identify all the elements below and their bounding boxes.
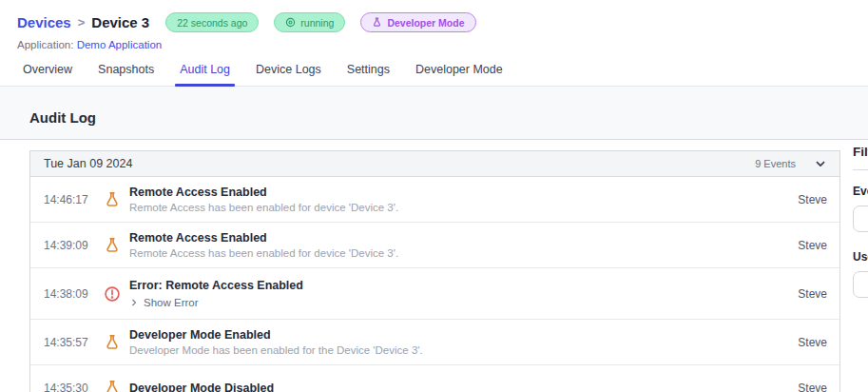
filter-panel-title: Filter: [853, 145, 868, 159]
audit-row-body: Developer Mode Disabled: [129, 380, 786, 392]
audit-row-user: Steve: [798, 239, 827, 252]
flask-icon: [104, 237, 121, 254]
audit-group-date: Tue Jan 09 2024: [44, 157, 132, 170]
audit-row-user: Steve: [798, 193, 827, 206]
tab-snapshots[interactable]: Snapshots: [97, 63, 155, 86]
breadcrumb-devices-link[interactable]: Devices: [17, 14, 71, 30]
audit-row-time: 14:46:17: [44, 193, 98, 206]
audit-row: 14:35:57 Developer Mode Enabled Develope…: [30, 320, 839, 365]
page-title: Audit Log: [29, 109, 868, 126]
developer-mode-badge: Developer Mode: [360, 12, 475, 32]
error-icon: [104, 285, 121, 303]
audit-row-user: Steve: [798, 287, 827, 301]
audit-row-title: Error: Remote Access Enabled: [129, 279, 786, 292]
tab-overview[interactable]: Overview: [22, 63, 73, 86]
audit-row-body: Remote Access Enabled Remote Access has …: [129, 229, 786, 261]
audit-row: 14:39:09 Remote Access Enabled Remote Ac…: [30, 223, 839, 268]
flask-icon: [104, 380, 121, 392]
chevron-down-icon[interactable]: [814, 157, 827, 170]
flask-icon: [104, 334, 121, 351]
device-badges: 22 seconds ago running Developer Mode: [165, 12, 475, 32]
status-badge: running: [274, 12, 345, 32]
application-link[interactable]: Demo Application: [77, 39, 163, 50]
audit-row-description: Developer Mode has been enabled for the …: [129, 344, 786, 356]
flask-icon: [104, 191, 121, 208]
breadcrumb-current-device: Device 3: [91, 14, 149, 30]
breadcrumb: Devices > Device 3 22 seconds ago runnin…: [17, 12, 868, 32]
audit-row: 14:38:09 Error: Remote Access Enabled Sh…: [30, 268, 839, 320]
audit-row-description: Remote Access has been enabled for devic…: [129, 202, 786, 213]
audit-row-user: Steve: [798, 336, 827, 349]
audit-row: 14:46:17 Remote Access Enabled Remote Ac…: [30, 177, 839, 223]
audit-row-title: Remote Access Enabled: [129, 231, 786, 245]
audit-row-user: Steve: [798, 382, 827, 392]
audit-row-time: 14:38:09: [44, 287, 98, 301]
filter-divider: [853, 169, 868, 170]
chevron-right-icon: [129, 298, 139, 307]
developer-mode-badge-label: Developer Mode: [387, 17, 464, 29]
tab-device-logs[interactable]: Device Logs: [255, 63, 322, 86]
audit-row-description: Remote Access has been enabled for devic…: [129, 247, 786, 259]
status-badge-label: running: [300, 17, 334, 29]
audit-row-body: Remote Access Enabled Remote Access has …: [129, 184, 786, 215]
application-line: Application: Demo Application: [17, 39, 868, 50]
last-seen-badge: 22 seconds ago: [165, 12, 259, 32]
breadcrumb-separator: >: [78, 15, 86, 29]
tab-settings[interactable]: Settings: [346, 63, 391, 86]
tab-developer-mode[interactable]: Developer Mode: [415, 63, 504, 86]
last-seen-badge-label: 22 seconds ago: [177, 17, 247, 29]
audit-row-time: 14:35:30: [44, 382, 98, 392]
user-filter-label: User: [853, 250, 868, 264]
section-title-band: Audit Log: [0, 87, 868, 140]
audit-row-body: Developer Mode Enabled Developer Mode ha…: [129, 326, 786, 358]
filter-panel: Filter Event User: [853, 145, 868, 298]
audit-row: 14:35:30 Developer Mode Disabled Steve: [30, 365, 839, 392]
audit-row-title: Developer Mode Disabled: [129, 382, 786, 392]
status-running-icon: [285, 17, 296, 28]
user-filter-input[interactable]: [853, 271, 868, 298]
event-filter-label: Event: [853, 185, 868, 198]
audit-date-group-header[interactable]: Tue Jan 09 2024 9 Events: [30, 151, 839, 177]
page-header: Devices > Device 3 22 seconds ago runnin…: [0, 0, 868, 50]
audit-row-body: Error: Remote Access Enabled Show Error: [129, 277, 786, 310]
application-label: Application:: [17, 39, 73, 50]
audit-row-title: Remote Access Enabled: [129, 186, 786, 199]
device-detail-page: Devices > Device 3 22 seconds ago runnin…: [0, 0, 868, 392]
tab-audit-log[interactable]: Audit Log: [179, 63, 231, 86]
audit-group-event-count: 9 Events: [755, 158, 796, 169]
tab-bar: Overview Snapshots Audit Log Device Logs…: [0, 63, 868, 87]
show-error-label: Show Error: [144, 297, 199, 308]
audit-row-time: 14:35:57: [44, 336, 98, 349]
audit-log-panel: Tue Jan 09 2024 9 Events 14:46:17 Remote…: [29, 150, 840, 392]
audit-row-title: Developer Mode Enabled: [129, 328, 786, 342]
event-filter-input[interactable]: [853, 206, 868, 232]
flask-icon: [372, 17, 382, 28]
show-error-link[interactable]: Show Error: [129, 297, 786, 308]
audit-row-time: 14:39:09: [44, 239, 98, 252]
